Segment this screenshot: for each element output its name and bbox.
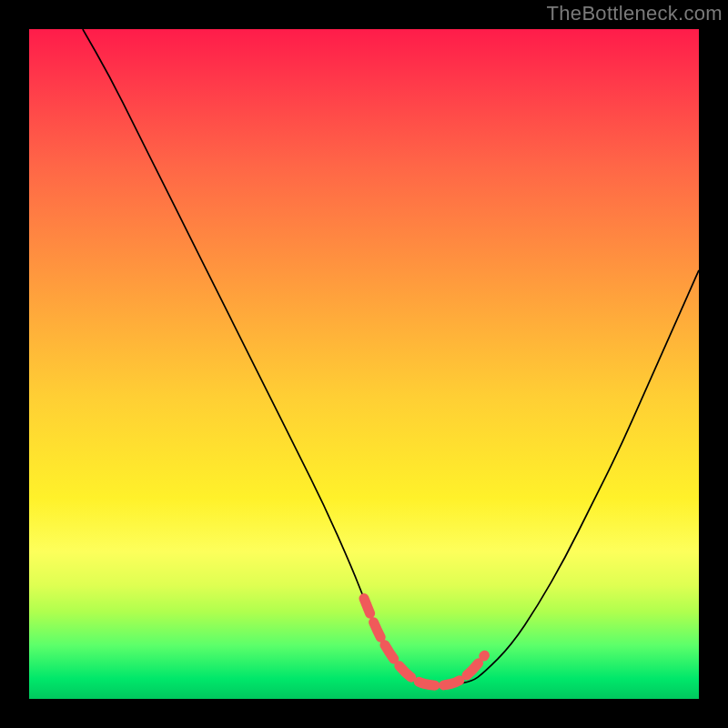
plot-area <box>29 29 699 699</box>
curve-layer <box>29 29 699 699</box>
bottleneck-curve <box>83 29 699 685</box>
watermark-text: TheBottleneck.com <box>547 2 723 25</box>
optimal-range-marker <box>364 599 484 686</box>
chart-frame: TheBottleneck.com <box>0 0 728 728</box>
